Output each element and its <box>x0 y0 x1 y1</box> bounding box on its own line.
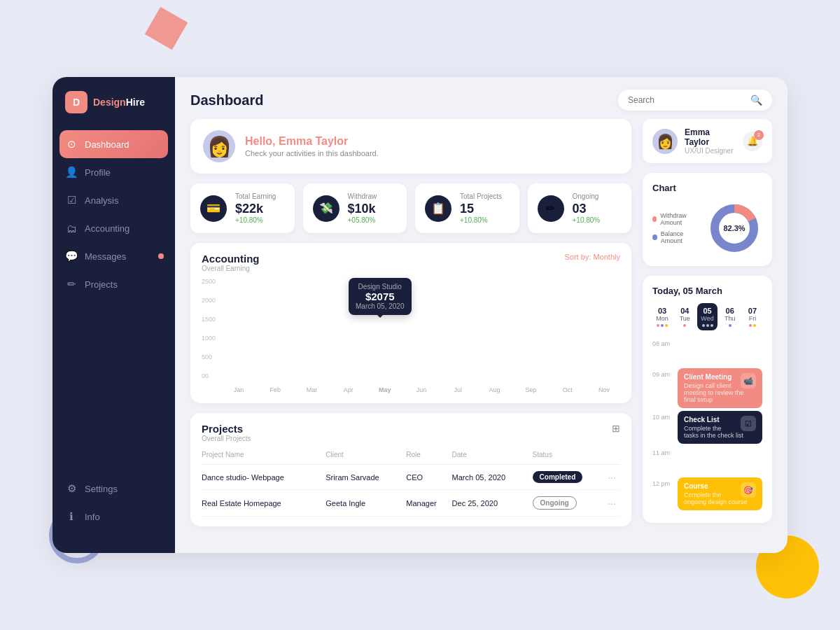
timeline-event[interactable]: ☑ Check List Complete the tasks in the c… <box>678 411 762 444</box>
timeline-time: 09 am <box>652 368 672 378</box>
notification-bell[interactable]: 🔔 2 <box>743 132 762 151</box>
cal-day-num: 07 <box>744 307 761 315</box>
timeline-slot: 10 am ☑ Check List Complete the tasks in… <box>652 411 762 447</box>
projects-icon: ✏ <box>65 278 78 290</box>
search-input[interactable] <box>628 95 745 105</box>
timeline-event[interactable]: 🎯 Course Complete the ongoing design cou… <box>678 477 762 510</box>
timeline-event[interactable]: 📹 Client Meeting Design call client meet… <box>678 368 762 408</box>
accounting-header: Accounting Overall Earning Sort by: Mont… <box>202 253 620 272</box>
right-panel: 👩 Emma Taylor UX/UI Designer 🔔 2 Chart <box>643 119 772 542</box>
project-date: Dec 25, 2020 <box>452 490 533 517</box>
timeline-time: 11 am <box>652 447 672 456</box>
timeline-time: 12 pm <box>652 477 672 487</box>
sort-by[interactable]: Sort by: Monthly <box>565 253 621 261</box>
chart-x-label: May <box>369 386 401 393</box>
projects-table: Project Name Client Role Date Status Dan… <box>202 448 620 517</box>
stat-info: Ongoing 03 +10.80% <box>573 192 601 224</box>
calendar-day[interactable]: 06 Thu <box>720 303 740 330</box>
stat-card-withdraw: 💸 Withdraw $10k +05.80% <box>303 183 407 233</box>
stat-icon-ongoing: ✏ <box>538 195 564 222</box>
chart-x-label: Mar <box>295 386 328 393</box>
settings-icon: ⚙ <box>65 482 78 495</box>
sidebar-item-messages[interactable]: 💬 Messages <box>52 242 175 270</box>
content-header: Dashboard 🔍 <box>175 77 788 119</box>
sidebar-item-projects[interactable]: ✏ Projects <box>52 270 175 298</box>
stat-icon-earning: 💳 <box>200 195 227 222</box>
sidebar-item-analysis[interactable]: ☑ Analysis <box>52 186 175 214</box>
avatar: 👩 <box>203 130 235 162</box>
sidebar-nav: ⊙ Dashboard 👤 Profile ☑ Analysis 🗂 Accou… <box>52 130 175 466</box>
welcome-card: 👩 Hello, Emma Taylor Check your activiti… <box>190 119 631 174</box>
stat-info: Withdraw $10k +05.80% <box>348 192 377 224</box>
chart-tooltip: Design Studio $2075 March 05, 2020 <box>349 278 412 315</box>
sidebar-item-info[interactable]: ℹ Info <box>52 503 175 531</box>
col-client: Client <box>326 448 406 465</box>
project-client: Sriram Sarvade <box>326 465 406 490</box>
logo-text: DesignHire <box>93 97 145 108</box>
analysis-icon: ☑ <box>65 194 78 206</box>
cal-dot-group <box>654 324 671 327</box>
calendar-day[interactable]: 04 Tue <box>675 303 694 330</box>
accounting-icon: 🗂 <box>65 222 78 234</box>
calendar-panel: Today, 05 March 03 Mon 04 Tue 05 Wed 06 … <box>643 276 772 523</box>
stat-card-earning: 💳 Total Earning $22k +10.80% <box>190 183 295 233</box>
chart-x-label: Jun <box>405 386 438 393</box>
stat-card-ongoing: ✏ Ongoing 03 +10.80% <box>528 183 632 233</box>
bar-chart: 2500 2000 1500 1000 500 00 Design Studio… <box>202 278 620 393</box>
page-title: Dashboard <box>190 92 263 108</box>
donut-percentage: 82.3% <box>723 224 745 232</box>
sidebar: D DesignHire ⊙ Dashboard 👤 Profile ☑ Ana… <box>52 77 175 553</box>
projects-tbody: Dance studio- Webpage Sriram Sarvade CEO… <box>202 465 620 517</box>
search-bar[interactable]: 🔍 <box>618 90 772 111</box>
cal-dot-group <box>744 324 761 327</box>
table-row[interactable]: Real Estate Homepage Geeta Ingle Manager… <box>202 490 620 517</box>
chart-y-labels: 2500 2000 1500 1000 500 00 <box>202 278 216 379</box>
timeline-time: 10 am <box>652 411 672 421</box>
calendar-day[interactable]: 05 Wed <box>697 303 717 330</box>
donut-chart: 82.3% <box>706 200 762 256</box>
sidebar-item-label: Profile <box>85 167 111 178</box>
timeline: 08 am09 am 📹 Client Meeting Design call … <box>652 337 762 513</box>
cal-day-name: Tue <box>676 315 693 322</box>
stat-card-projects: 📋 Total Projects 15 +10.80% <box>415 183 519 233</box>
chart-x-label: Jul <box>442 386 474 393</box>
project-menu[interactable]: ··· <box>608 490 620 517</box>
sidebar-item-label: Dashboard <box>85 139 130 150</box>
user-info: Emma Taylor UX/UI Designer <box>685 127 736 155</box>
bg-decoration-square <box>145 7 188 50</box>
sidebar-item-label: Analysis <box>85 195 118 206</box>
info-icon: ℹ <box>65 510 78 523</box>
chart-x-label: Sep <box>515 386 547 393</box>
filter-icon[interactable]: ⊞ <box>612 423 620 434</box>
content-left: 👩 Hello, Emma Taylor Check your activiti… <box>190 119 631 542</box>
sidebar-item-profile[interactable]: 👤 Profile <box>52 158 175 186</box>
profile-icon: 👤 <box>65 166 78 178</box>
calendar-day[interactable]: 07 Fri <box>743 303 762 330</box>
timeline-slot: 11 am <box>652 447 762 477</box>
dashboard-icon: ⊙ <box>65 138 78 150</box>
chart-x-label: Jan <box>223 386 255 393</box>
cal-dot-item <box>753 324 756 327</box>
cal-dot-item <box>661 324 664 327</box>
sidebar-item-dashboard[interactable]: ⊙ Dashboard <box>59 130 168 158</box>
calendar-title: Today, 05 March <box>652 286 762 296</box>
cal-dot-item <box>702 324 705 327</box>
sidebar-item-accounting[interactable]: 🗂 Accounting <box>52 214 175 242</box>
stat-info: Total Projects 15 +10.80% <box>460 192 502 224</box>
user-header: 👩 Emma Taylor UX/UI Designer 🔔 2 <box>643 119 772 163</box>
content-scroll: 👩 Hello, Emma Taylor Check your activiti… <box>175 119 788 553</box>
timeline-slot: 08 am <box>652 337 762 368</box>
calendar-day[interactable]: 03 Mon <box>652 303 672 330</box>
project-status: Completed <box>533 465 608 490</box>
cal-dot-group <box>722 324 738 327</box>
sidebar-item-settings[interactable]: ⚙ Settings <box>52 475 175 503</box>
cal-dot-item <box>749 324 752 327</box>
cal-dot-item <box>710 324 713 327</box>
welcome-subtitle: Check your activities in this dashboard. <box>245 149 379 158</box>
project-status: Ongoing <box>533 490 608 517</box>
cal-day-num: 05 <box>699 307 715 315</box>
projects-title-group: Projects Overall Projects <box>202 423 251 442</box>
table-row[interactable]: Dance studio- Webpage Sriram Sarvade CEO… <box>202 465 620 490</box>
project-menu[interactable]: ··· <box>608 465 620 490</box>
projects-header: Projects Overall Projects ⊞ <box>202 423 620 442</box>
